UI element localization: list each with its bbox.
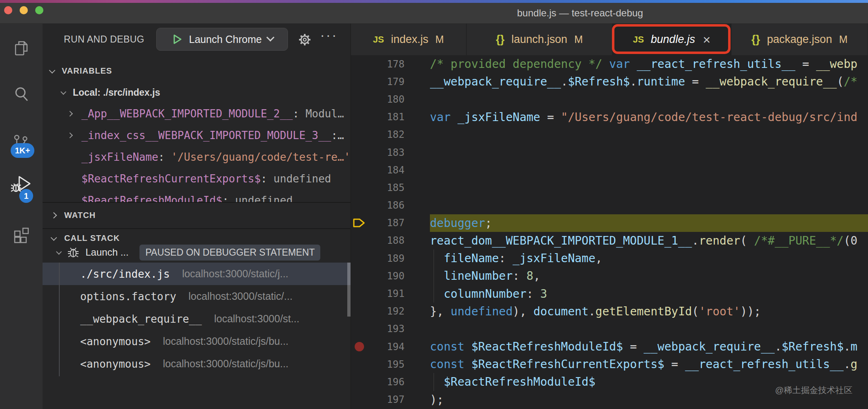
variable-text: _App__WEBPACK_IMPORTED_MODULE_2__: Modul… (81, 108, 344, 120)
indent-guide (434, 373, 434, 391)
code-line-text[interactable] (430, 144, 868, 161)
glyph-margin[interactable] (351, 285, 367, 302)
stack-frame[interactable]: ./src/index.jslocalhost:3000/static/j... (43, 263, 351, 285)
code-line-text[interactable]: const $ReactRefreshCurrentExports$ = __r… (430, 355, 868, 373)
tab-bundle.js[interactable]: JSbundle.js× (613, 24, 731, 55)
debug-session-badge: 1 (19, 189, 33, 203)
code-token: _jsxFileName (457, 110, 540, 124)
variable-row[interactable]: _index_css__WEBPACK_IMPORTED_MODULE_3__:… (43, 124, 351, 146)
variables-section-header[interactable]: VARIABLES (43, 62, 351, 79)
watch-section-header[interactable]: WATCH (43, 203, 351, 227)
glyph-margin[interactable] (351, 108, 367, 126)
glyph-margin[interactable] (351, 126, 367, 144)
variable-row[interactable]: _jsxFileName: '/Users/guang/code/test-re… (43, 146, 351, 168)
code-line-text[interactable]: /* provided dependency */ var __react_re… (430, 55, 868, 73)
tab-package.json[interactable]: {}package.jsonM (731, 24, 868, 55)
close-window-button[interactable] (4, 6, 12, 14)
code-line: 183 (351, 144, 868, 161)
code-token: /* (843, 75, 857, 88)
variable-text: $ReactRefreshCurrentExports$: undefined (81, 173, 331, 185)
line-number: 183 (367, 147, 405, 158)
glyph-margin[interactable] (351, 144, 367, 161)
tab-launch.json[interactable]: {}launch.jsonM (467, 24, 613, 55)
code-line: 185 (351, 179, 868, 196)
variable-row[interactable]: _App__WEBPACK_IMPORTED_MODULE_2__: Modul… (43, 103, 351, 124)
files-icon (12, 39, 31, 58)
search-activity-item[interactable] (0, 74, 43, 114)
code-token: = (685, 75, 706, 88)
variables-scope-label: Local: ./src/index.js (73, 87, 160, 98)
code-line: 181var _jsxFileName = "/Users/guang/code… (351, 108, 868, 126)
code-line-text[interactable]: __webpack_require__.$Refresh$.runtime = … (430, 73, 868, 90)
code-line-text[interactable]: debugger; (430, 214, 868, 232)
tab-index.js[interactable]: JSindex.jsM (351, 24, 467, 55)
code-line-text[interactable] (430, 126, 868, 144)
code-line-text[interactable] (430, 161, 868, 179)
glyph-margin[interactable] (351, 232, 367, 249)
variables-section: VARIABLES Local: ./src/index.js _App__WE… (43, 24, 351, 202)
code-line-text[interactable]: var _jsxFileName = "/Users/guang/code/te… (430, 108, 868, 126)
extensions-activity-item[interactable] (0, 217, 43, 256)
stack-frame[interactable]: <anonymous>localhost:3000/static/js/bu..… (43, 353, 351, 375)
code-line-text[interactable] (430, 90, 868, 108)
variables-scope-row[interactable]: Local: ./src/index.js (43, 83, 351, 101)
code-editor[interactable]: 178/* provided dependency */ var __react… (351, 55, 868, 409)
code-line-text[interactable]: }, undefined), document.getElementById('… (430, 303, 868, 320)
code-line-text[interactable] (430, 179, 868, 196)
variable-row[interactable]: $ReactRefreshCurrentExports$: undefined (43, 168, 351, 189)
code-token (602, 57, 609, 71)
code-line-text[interactable]: const $ReactRefreshModuleId$ = __webpack… (430, 338, 868, 355)
stack-frame[interactable]: options.factorylocalhost:3000/static/... (43, 285, 351, 308)
source-control-badge: 1K+ (11, 143, 34, 158)
maximize-window-button[interactable] (35, 6, 43, 14)
chevron-down-icon (61, 89, 66, 95)
line-number: 187 (367, 217, 405, 229)
code-line-text[interactable]: fileName: _jsxFileName, (430, 249, 868, 267)
sidebar-scrollbar-thumb[interactable] (347, 263, 351, 317)
code-token: . (775, 340, 782, 353)
code-token: 3 (540, 287, 547, 301)
code-token: undefined (451, 305, 513, 318)
code-token: $Refresh$ (782, 340, 844, 353)
glyph-margin[interactable] (351, 320, 367, 338)
close-tab-icon[interactable]: × (703, 33, 711, 46)
glyph-margin[interactable] (351, 55, 367, 73)
glyph-margin[interactable] (351, 179, 367, 196)
code-line-text[interactable]: react_dom__WEBPACK_IMPORTED_MODULE_1__.r… (430, 232, 868, 249)
glyph-margin[interactable] (351, 303, 367, 320)
code-line-text[interactable]: columnNumber: 3 (430, 285, 868, 302)
debug-session-row[interactable]: Launch ... PAUSED ON DEBUGGER STATEMENT (43, 242, 351, 263)
glyph-margin[interactable] (351, 267, 367, 285)
breakpoint-icon[interactable] (351, 338, 367, 355)
variable-row[interactable]: $ReactRefreshModuleId$: undefined (43, 189, 351, 202)
code-line: 189 fileName: _jsxFileName, (351, 249, 868, 267)
code-token: document (533, 305, 589, 318)
code-line: 194const $ReactRefreshModuleId$ = __webp… (351, 338, 868, 355)
minimize-window-button[interactable] (20, 6, 28, 14)
variable-colon: : (222, 194, 235, 202)
code-line-text[interactable] (430, 197, 868, 214)
code-token: const (430, 357, 464, 371)
code-line-text[interactable]: lineNumber: 8, (430, 267, 868, 285)
stack-frame[interactable]: __webpack_require__localhost:3000/st... (43, 308, 351, 330)
code-token: . (843, 340, 850, 353)
stack-frame[interactable]: <anonymous>localhost:3000/static/js/bu..… (43, 330, 351, 353)
glyph-margin[interactable] (351, 197, 367, 214)
glyph-margin[interactable] (351, 391, 367, 409)
variable-name: _App__WEBPACK_IMPORTED_MODULE_2__ (81, 108, 293, 120)
explorer-activity-item[interactable] (0, 29, 43, 68)
glyph-margin[interactable] (351, 249, 367, 267)
code-line: 195const $ReactRefreshCurrentExports$ = … (351, 355, 868, 373)
code-line: 192}, undefined), document.getElementByI… (351, 303, 868, 320)
glyph-margin[interactable] (351, 90, 367, 108)
code-token: $ReactRefreshCurrentExports$ (471, 357, 664, 371)
glyph-margin[interactable] (351, 73, 367, 90)
paused-arrow-icon[interactable] (351, 214, 367, 232)
glyph-margin[interactable] (351, 161, 367, 179)
code-token: . (630, 75, 637, 88)
line-number: 189 (367, 253, 405, 264)
glyph-margin[interactable] (351, 373, 367, 391)
code-token: : (499, 252, 513, 265)
glyph-margin[interactable] (351, 355, 367, 373)
code-line-text[interactable] (430, 320, 868, 338)
